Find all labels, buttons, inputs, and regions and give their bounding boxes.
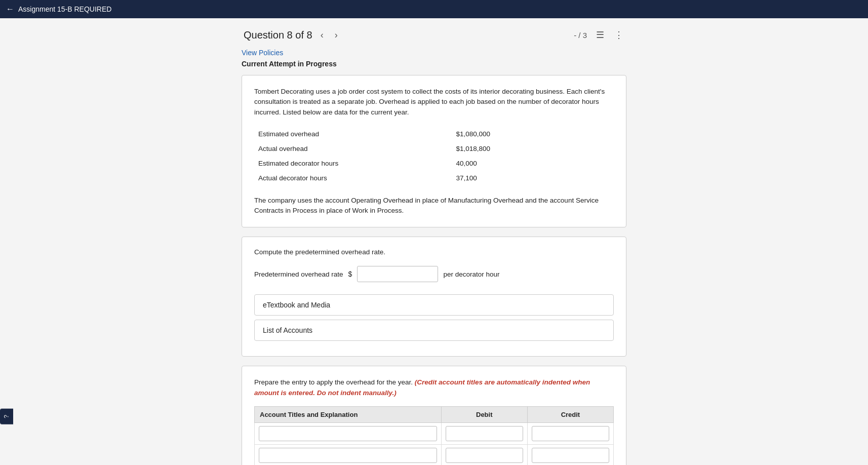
- question-header-right: - / 3 ☰ ⋮: [574, 28, 624, 42]
- overhead-rate-label: Predetermined overhead rate: [254, 270, 343, 278]
- journal-account-input-0[interactable]: [259, 426, 437, 441]
- overhead-rate-input[interactable]: [357, 266, 438, 282]
- info-row-value-1: $1,018,800: [452, 141, 614, 156]
- overhead-rate-row: Predetermined overhead rate $ per decora…: [254, 266, 614, 282]
- dollar-sign: $: [348, 270, 352, 278]
- info-row-label-2: Estimated decorator hours: [254, 156, 452, 171]
- info-note: The company uses the account Operating O…: [254, 196, 614, 216]
- main-content: Question 8 of 8 ‹ › - / 3 ☰ ⋮ View Polic…: [242, 18, 626, 465]
- journal-prompt: Prepare the entry to apply the overhead …: [254, 377, 614, 398]
- journal-card: Prepare the entry to apply the overhead …: [242, 366, 626, 465]
- more-options-button[interactable]: ⋮: [613, 28, 624, 42]
- question-prompt: Compute the predetermined overhead rate.: [254, 248, 614, 256]
- col-header-debit: Debit: [441, 406, 527, 422]
- info-description: Tombert Decorating uses a job order cost…: [254, 87, 614, 118]
- journal-credit-input-0[interactable]: [532, 426, 609, 441]
- info-table: Estimated overhead $1,080,000 Actual ove…: [254, 127, 614, 185]
- top-bar: ← Assignment 15-B REQUIRED: [0, 0, 868, 18]
- journal-credit-cell-0: [527, 422, 613, 444]
- back-arrow-icon[interactable]: ←: [6, 5, 14, 14]
- info-table-row: Actual overhead $1,018,800: [254, 141, 614, 156]
- info-row-value-2: 40,000: [452, 156, 614, 171]
- info-table-row: Estimated overhead $1,080,000: [254, 127, 614, 141]
- journal-table-row: [255, 444, 614, 465]
- question-card: Compute the predetermined overhead rate.…: [242, 237, 626, 357]
- journal-prompt-text: Prepare the entry to apply the overhead …: [254, 378, 413, 386]
- next-question-button[interactable]: ›: [332, 29, 341, 42]
- list-icon-button[interactable]: ☰: [595, 28, 605, 42]
- side-tab[interactable]: ?: [0, 409, 13, 424]
- journal-debit-input-1[interactable]: [446, 448, 523, 463]
- info-row-value-0: $1,080,000: [452, 127, 614, 141]
- question-header-left: Question 8 of 8 ‹ ›: [244, 29, 341, 42]
- score-display: - / 3: [574, 31, 587, 40]
- journal-account-input-1[interactable]: [259, 448, 437, 463]
- journal-table-header: Account Titles and Explanation Debit Cre…: [255, 406, 614, 422]
- journal-debit-cell-1: [441, 444, 527, 465]
- info-row-label-1: Actual overhead: [254, 141, 452, 156]
- etextbook-button[interactable]: eTextbook and Media: [254, 294, 614, 316]
- journal-account-cell-1: [255, 444, 442, 465]
- journal-table: Account Titles and Explanation Debit Cre…: [254, 406, 614, 465]
- assignment-title: Assignment 15-B REQUIRED: [18, 5, 111, 13]
- journal-debit-input-0[interactable]: [446, 426, 523, 441]
- question-title: Question 8 of 8: [244, 29, 312, 41]
- list-of-accounts-button[interactable]: List of Accounts: [254, 320, 614, 341]
- info-table-row: Actual decorator hours 37,100: [254, 171, 614, 185]
- journal-debit-cell-0: [441, 422, 527, 444]
- journal-account-cell-0: [255, 422, 442, 444]
- current-attempt-label: Current Attempt in Progress: [242, 60, 626, 68]
- info-card: Tombert Decorating uses a job order cost…: [242, 75, 626, 227]
- question-header: Question 8 of 8 ‹ › - / 3 ☰ ⋮: [242, 28, 626, 42]
- info-row-label-0: Estimated overhead: [254, 127, 452, 141]
- view-policies-link[interactable]: View Policies: [242, 49, 283, 57]
- col-header-account: Account Titles and Explanation: [255, 406, 442, 422]
- info-row-value-3: 37,100: [452, 171, 614, 185]
- prev-question-button[interactable]: ‹: [318, 29, 327, 42]
- col-header-credit: Credit: [527, 406, 613, 422]
- info-table-row: Estimated decorator hours 40,000: [254, 156, 614, 171]
- info-row-label-3: Actual decorator hours: [254, 171, 452, 185]
- journal-credit-input-1[interactable]: [532, 448, 609, 463]
- per-decorator-label: per decorator hour: [443, 270, 499, 278]
- journal-credit-cell-1: [527, 444, 613, 465]
- journal-table-row: [255, 422, 614, 444]
